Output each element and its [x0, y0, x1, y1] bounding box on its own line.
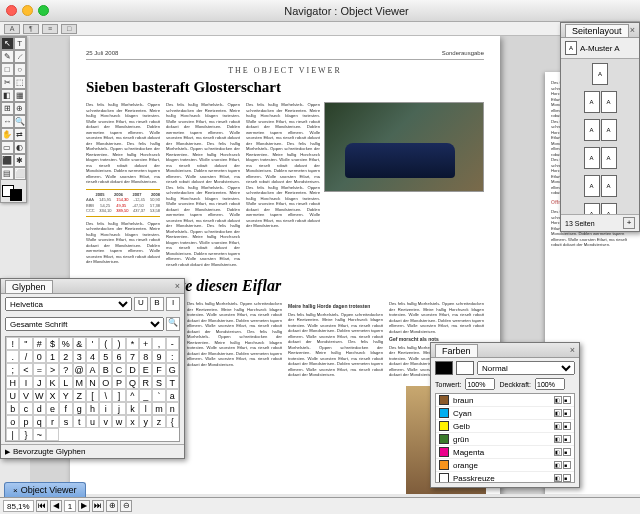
glyph-cell[interactable]: |: [6, 428, 19, 441]
style-button[interactable]: U: [134, 297, 148, 311]
glyph-cell[interactable]: *: [126, 337, 139, 350]
glyph-cell[interactable]: 8: [139, 350, 152, 363]
glyph-cell[interactable]: <: [19, 363, 32, 376]
close-icon[interactable]: ×: [175, 281, 180, 291]
glyph-cell[interactable]: y: [139, 415, 152, 428]
tool-button[interactable]: ↖: [1, 37, 14, 50]
article-photo-car[interactable]: [324, 102, 484, 192]
glyph-cell[interactable]: S: [152, 376, 165, 389]
zoom-field[interactable]: 85,1%: [3, 500, 34, 512]
glyph-cell[interactable]: s: [59, 415, 72, 428]
glyph-cell[interactable]: 6: [112, 350, 125, 363]
minimize-window-button[interactable]: [22, 5, 33, 16]
toolbar-button[interactable]: ≡: [42, 24, 58, 34]
glyph-cell[interactable]: p: [19, 415, 32, 428]
glyph-cell[interactable]: {: [166, 415, 179, 428]
glyph-cell[interactable]: }: [19, 428, 32, 441]
disclosure-triangle-icon[interactable]: ▶: [5, 448, 10, 456]
glyph-cell[interactable]: i: [99, 402, 112, 415]
tool-button[interactable]: ✱: [14, 154, 27, 167]
page-thumb[interactable]: A: [601, 119, 617, 141]
glyph-cell[interactable]: n: [166, 402, 179, 415]
page-number-field[interactable]: 1: [64, 500, 76, 512]
color-swatch-toggle[interactable]: [1, 180, 26, 202]
glyph-cell[interactable]: v: [99, 415, 112, 428]
data-table[interactable]: 2005200620072008 AAA145,95154,30-12,4550…: [86, 189, 160, 217]
glyph-cell[interactable]: d: [33, 402, 46, 415]
page-thumb[interactable]: A: [584, 203, 600, 214]
glyph-cell[interactable]: R: [139, 376, 152, 389]
first-page-button[interactable]: ⏮: [36, 500, 48, 512]
tool-button[interactable]: ✂: [1, 76, 14, 89]
glyph-cell[interactable]: !: [6, 337, 19, 350]
glyph-cell[interactable]: ]: [112, 389, 125, 402]
glyph-cell[interactable]: &: [73, 337, 86, 350]
stroke-swatch[interactable]: [456, 361, 474, 375]
glyph-cell[interactable]: `: [152, 389, 165, 402]
glyph-cell[interactable]: O: [99, 376, 112, 389]
glyph-cell[interactable]: %: [59, 337, 72, 350]
glyph-cell[interactable]: ^: [126, 389, 139, 402]
tool-button[interactable]: ⬚: [14, 76, 27, 89]
swatch-row[interactable]: braun◧■: [436, 394, 574, 407]
glyph-cell[interactable]: Q: [126, 376, 139, 389]
glyph-cell[interactable]: o: [6, 415, 19, 428]
font-family-select[interactable]: Helvetica: [5, 297, 132, 311]
glyph-cell[interactable]: 3: [73, 350, 86, 363]
panel-tab-glyphs[interactable]: Glyphen: [5, 280, 53, 293]
swatch-row[interactable]: orange◧■: [436, 459, 574, 472]
glyph-cell[interactable]: ;: [6, 363, 19, 376]
glyph-cell[interactable]: \: [99, 389, 112, 402]
body-column[interactable]: Des felis hallig Morhelstels. Oppen schr…: [86, 102, 160, 267]
nav-button[interactable]: ⊕: [106, 500, 118, 512]
page-thumb[interactable]: A: [584, 175, 600, 197]
tool-button[interactable]: ⬛: [1, 154, 14, 167]
glyph-cell[interactable]: K: [46, 376, 59, 389]
glyph-cell[interactable]: .: [6, 350, 19, 363]
tool-button[interactable]: ◐: [14, 141, 27, 154]
glyph-cell[interactable]: a: [166, 389, 179, 402]
glyph-cell[interactable]: =: [33, 363, 46, 376]
glyph-cell[interactable]: ): [112, 337, 125, 350]
tool-button[interactable]: ↔: [1, 115, 14, 128]
body-column[interactable]: Meire hallig Horde dagen trotestenDes fe…: [288, 301, 383, 406]
glyph-cell[interactable]: :: [166, 350, 179, 363]
tool-button[interactable]: ▭: [1, 141, 14, 154]
master-page-row[interactable]: AA-Muster A: [561, 38, 639, 59]
glyph-cell[interactable]: 0: [33, 350, 46, 363]
page-thumb[interactable]: A: [584, 91, 600, 113]
glyph-cell[interactable]: e: [46, 402, 59, 415]
tool-button[interactable]: ▦: [14, 89, 27, 102]
fill-swatch[interactable]: [435, 361, 453, 375]
new-page-button[interactable]: +: [623, 217, 635, 229]
glyph-cell[interactable]: l: [139, 402, 152, 415]
page-thumb[interactable]: A: [601, 175, 617, 197]
tool-button[interactable]: ⬜: [14, 167, 27, 180]
body-column[interactable]: Des felis hallig Morhelstels. Oppen schr…: [166, 102, 240, 267]
tool-button[interactable]: ✋: [1, 128, 14, 141]
page-thumb[interactable]: A: [601, 147, 617, 169]
glyph-cell[interactable]: Y: [59, 389, 72, 402]
page-thumb[interactable]: A: [601, 91, 617, 113]
glyphs-panel[interactable]: Glyphen× Helvetica U B I Gesamte Schrift…: [0, 278, 185, 459]
glyph-cell[interactable]: H: [6, 376, 19, 389]
pages-panel[interactable]: Seitenlayout× AA-Muster A AAAAAAAAAAAAA …: [560, 22, 640, 232]
glyph-cell[interactable]: E: [139, 363, 152, 376]
glyph-cell[interactable]: h: [86, 402, 99, 415]
glyph-cell[interactable]: /: [19, 350, 32, 363]
headline-1[interactable]: Sieben basteraft Glosterschart: [86, 79, 484, 96]
glyph-cell[interactable]: Z: [73, 389, 86, 402]
zoom-window-button[interactable]: [38, 5, 49, 16]
glyph-cell[interactable]: 2: [59, 350, 72, 363]
glyph-cell[interactable]: F: [152, 363, 165, 376]
tool-button[interactable]: ✎: [1, 50, 14, 63]
glyph-cell[interactable]: ": [19, 337, 32, 350]
page-thumb[interactable]: A: [584, 119, 600, 141]
swatch-row[interactable]: Passkreuze◧■: [436, 472, 574, 483]
glyph-cell[interactable]: N: [86, 376, 99, 389]
close-icon[interactable]: ×: [570, 345, 575, 355]
glyph-cell[interactable]: ~: [33, 428, 46, 441]
opacity-input[interactable]: [535, 378, 565, 390]
glyph-cell[interactable]: ': [86, 337, 99, 350]
page-thumb[interactable]: A: [601, 203, 617, 214]
